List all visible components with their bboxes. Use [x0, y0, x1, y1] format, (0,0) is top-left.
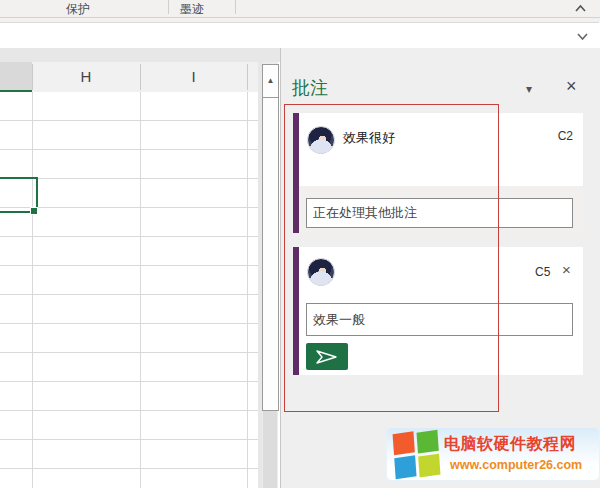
formula-bar-expand-chevron-down-icon[interactable]	[576, 32, 589, 41]
fill-handle[interactable]	[30, 207, 38, 215]
pane-close-icon[interactable]: ×	[566, 76, 577, 97]
formula-bar[interactable]	[0, 22, 599, 49]
column-header-i[interactable]: I	[140, 62, 247, 92]
header-divider	[247, 64, 248, 90]
excel-window: 保护 墨迹 H I ▲ 批注 ▾ ×	[0, 0, 600, 488]
scroll-up-arrow-icon: ▲	[267, 76, 275, 85]
reply-section	[299, 186, 583, 233]
collapse-ribbon-chevron-up-icon[interactable]	[574, 4, 587, 13]
header-divider	[32, 64, 33, 90]
ribbon-separator	[168, 0, 169, 14]
ribbon-strip: 保护 墨迹	[0, 0, 600, 18]
reply-input[interactable]	[306, 198, 573, 228]
send-icon	[316, 350, 338, 364]
comment-thread-c2[interactable]: 效果很好 C2	[293, 113, 583, 233]
watermark-site-name: 电脑软硬件教程网	[444, 434, 576, 455]
comment-cell-ref: C5	[535, 265, 550, 279]
comment-cell-ref: C2	[558, 129, 573, 143]
logo-tile-red	[393, 431, 415, 454]
selected-column-header[interactable]	[0, 62, 32, 92]
scrollbar-thumb[interactable]	[262, 97, 279, 411]
post-comment-button[interactable]	[306, 343, 348, 370]
logo-tile-green	[416, 430, 438, 453]
comment-thread-c5[interactable]: C5 ×	[293, 247, 583, 375]
watermark: 电脑软硬件教程网 www.computer26.com	[386, 427, 600, 481]
delete-comment-icon[interactable]: ×	[562, 261, 571, 278]
scroll-up-button[interactable]: ▲	[262, 64, 279, 98]
comments-pane-title: 批注	[292, 76, 328, 100]
sheet-grid[interactable]	[0, 92, 258, 488]
ribbon-group-protect[interactable]: 保护	[48, 1, 108, 18]
comment-text: 效果很好	[343, 129, 395, 147]
scrollbar-track-lower[interactable]	[263, 411, 277, 488]
gridline	[140, 92, 141, 488]
ribbon-separator	[235, 0, 236, 14]
logo-tile-yellow-green	[418, 453, 440, 476]
logo-tile-blue	[394, 455, 416, 478]
author-avatar	[307, 126, 335, 154]
pane-options-chevron-down-icon[interactable]: ▾	[526, 82, 532, 96]
header-divider	[140, 64, 141, 90]
watermark-site-url: www.computer26.com	[450, 458, 582, 472]
gridline	[32, 92, 33, 488]
ribbon-group-ink[interactable]: 墨迹	[162, 1, 222, 18]
comment-draft-input[interactable]	[306, 303, 573, 336]
author-avatar	[307, 258, 335, 286]
windows-logo-icon	[393, 431, 440, 478]
column-header-h[interactable]: H	[32, 62, 140, 92]
gridline	[247, 92, 248, 488]
comment-body: 效果很好 C2	[299, 113, 583, 186]
